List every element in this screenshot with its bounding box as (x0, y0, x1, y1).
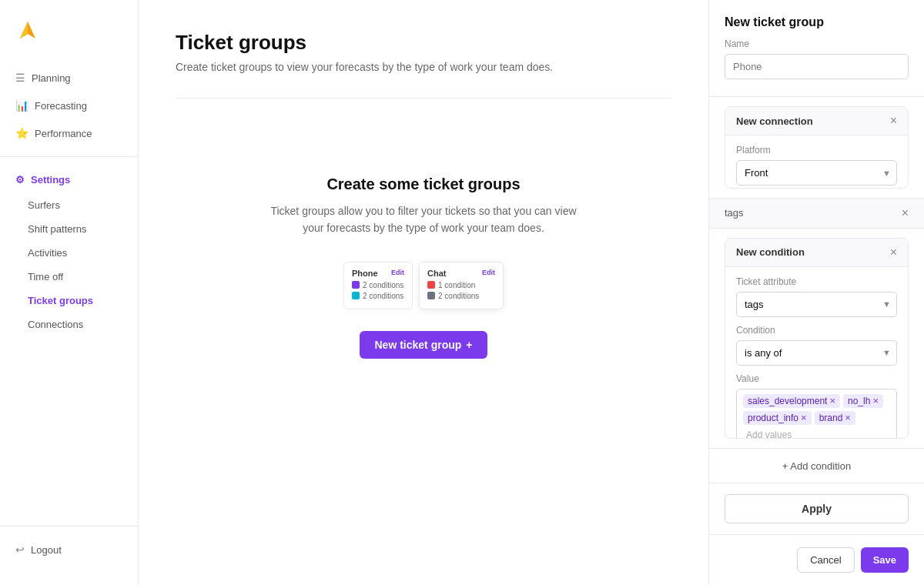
ticket-groups-illustration: Phone Edit 2 conditions 2 conditions Cha… (343, 262, 504, 309)
right-panel-header: New ticket group Name (709, 0, 924, 97)
connection-block-body: Platform Front Zendesk Intercom ▼ (725, 135, 908, 189)
connection-block-header: New connection × (725, 107, 908, 135)
page-divider (176, 98, 671, 99)
illus-dot-purple (352, 281, 360, 289)
chip-brand: brand × (815, 411, 855, 425)
sidebar-item-ticket-groups[interactable]: Ticket groups (0, 289, 138, 313)
empty-state: Create some ticket groups Ticket groups … (176, 129, 671, 405)
right-panel: New ticket group Name New connection × P… (708, 0, 924, 585)
save-button[interactable]: Save (861, 547, 909, 573)
tags-row: tags × (709, 198, 924, 229)
condition-block-body: Ticket attribute tags status priority ▼ … (725, 267, 908, 439)
sidebar-item-planning-label: Planning (32, 72, 71, 84)
sidebar-item-forecasting[interactable]: 📊 Forecasting (0, 92, 138, 119)
ticket-attr-select-wrapper: tags status priority ▼ (736, 292, 897, 317)
name-label: Name (725, 38, 909, 49)
condition-block-title: New condition (736, 246, 805, 258)
sidebar-item-settings[interactable]: ⚙ Settings (0, 166, 138, 193)
new-ticket-group-button[interactable]: New ticket group + (360, 331, 488, 359)
tags-close-button[interactable]: × (902, 206, 909, 220)
right-panel-title: New ticket group (725, 15, 909, 29)
tags-label: tags (725, 207, 744, 219)
condition-field: Condition is any of is none of contains … (736, 325, 897, 366)
forecasting-icon: 📊 (15, 99, 28, 112)
chip-brand-label: brand (819, 413, 843, 423)
new-ticket-group-label: New ticket group (375, 339, 462, 351)
sidebar-item-forecasting-label: Forecasting (35, 100, 87, 112)
condition-block-header: New condition × (725, 239, 908, 267)
connection-close-button[interactable]: × (890, 115, 897, 127)
illus-dot-red (427, 281, 435, 289)
chip-sales-dev-close[interactable]: × (829, 396, 835, 406)
condition-block: New condition × Ticket attribute tags st… (725, 238, 909, 439)
right-panel-footer: Cancel Save (709, 534, 924, 585)
chip-product-info: product_info × (743, 411, 812, 425)
app-logo (15, 18, 40, 43)
condition-select[interactable]: is any of is none of contains (736, 340, 897, 366)
condition-close-button[interactable]: × (890, 246, 897, 259)
plus-icon: + (466, 339, 472, 351)
sidebar-item-connections[interactable]: Connections (0, 313, 138, 336)
chip-no-lh-close[interactable]: × (872, 396, 879, 406)
illus-card-chat: Chat Edit 1 condition 2 conditions (419, 262, 504, 309)
chip-sales-dev-label: sales_development (748, 396, 827, 406)
sidebar: ☰ Planning 📊 Forecasting ⭐ Performance ⚙… (0, 0, 139, 585)
ticket-attr-field: Ticket attribute tags status priority ▼ (736, 276, 897, 317)
sidebar-item-planning[interactable]: ☰ Planning (0, 64, 138, 92)
platform-label: Platform (736, 145, 897, 155)
page-subtitle: Create ticket groups to view your foreca… (176, 61, 671, 73)
chip-sales-dev: sales_development × (743, 394, 840, 408)
planning-icon: ☰ (15, 72, 25, 84)
illus-card-chat-title: Chat Edit (427, 269, 495, 278)
sidebar-item-shift-patterns[interactable]: Shift patterns (0, 217, 138, 241)
connection-block: New connection × Platform Front Zendesk … (725, 106, 909, 189)
performance-icon: ⭐ (15, 127, 28, 139)
platform-select-wrapper: Front Zendesk Intercom ▼ (736, 160, 897, 186)
page-title: Ticket groups (176, 31, 671, 55)
connection-block-title: New connection (736, 115, 813, 127)
sidebar-divider (0, 156, 138, 157)
sidebar-nav: ☰ Planning 📊 Forecasting ⭐ Performance ⚙… (0, 64, 138, 526)
chips-container[interactable]: sales_development × no_lh × product_info… (736, 389, 897, 439)
add-condition-row: + Add condition (709, 448, 924, 483)
illus-card-phone: Phone Edit 2 conditions 2 conditions (343, 262, 413, 309)
condition-label: Condition (736, 325, 897, 336)
chip-no-lh: no_lh × (843, 394, 883, 408)
sidebar-item-activities[interactable]: Activities (0, 241, 138, 265)
empty-state-desc: Ticket groups allow you to filter your t… (262, 202, 585, 237)
apply-section: Apply (709, 483, 924, 534)
logout-icon: ↩ (15, 543, 25, 556)
ticket-attr-label: Ticket attribute (736, 276, 897, 287)
cancel-button[interactable]: Cancel (797, 547, 854, 573)
illus-dot-gray (427, 292, 435, 299)
sidebar-footer: ↩ Logout (0, 526, 138, 573)
sidebar-item-performance[interactable]: ⭐ Performance (0, 119, 138, 147)
chip-product-info-close[interactable]: × (801, 413, 807, 423)
chip-product-info-label: product_info (748, 413, 798, 423)
ticket-attr-select[interactable]: tags status priority (736, 292, 897, 317)
sidebar-item-surfers[interactable]: Surfers (0, 193, 138, 217)
illus-row-4: 2 conditions (427, 292, 495, 300)
settings-icon: ⚙ (15, 174, 25, 186)
sidebar-item-time-off[interactable]: Time off (0, 265, 138, 289)
main-content: Ticket groups Create ticket groups to vi… (139, 0, 708, 585)
add-condition-button[interactable]: + Add condition (782, 460, 851, 472)
condition-select-wrapper: is any of is none of contains ▼ (736, 340, 897, 366)
value-field: Value sales_development × no_lh × produc… (736, 373, 897, 439)
illus-row-3: 1 condition (427, 281, 495, 289)
sidebar-item-performance-label: Performance (35, 128, 92, 139)
platform-select[interactable]: Front Zendesk Intercom (736, 160, 897, 186)
settings-sub-menu: Surfers Shift patterns Activities Time o… (0, 193, 138, 336)
illus-row-1: 2 conditions (352, 281, 404, 289)
illus-row-2: 2 conditions (352, 292, 404, 300)
apply-button[interactable]: Apply (725, 494, 909, 523)
chip-brand-close[interactable]: × (845, 413, 851, 423)
logo-area (0, 12, 138, 64)
settings-label: Settings (31, 174, 70, 186)
illus-card-phone-title: Phone Edit (352, 269, 404, 278)
empty-state-title: Create some ticket groups (326, 176, 520, 193)
name-input[interactable] (725, 54, 909, 79)
chip-no-lh-label: no_lh (848, 396, 870, 406)
logout-button[interactable]: ↩ Logout (0, 536, 138, 563)
value-label: Value (736, 373, 897, 384)
